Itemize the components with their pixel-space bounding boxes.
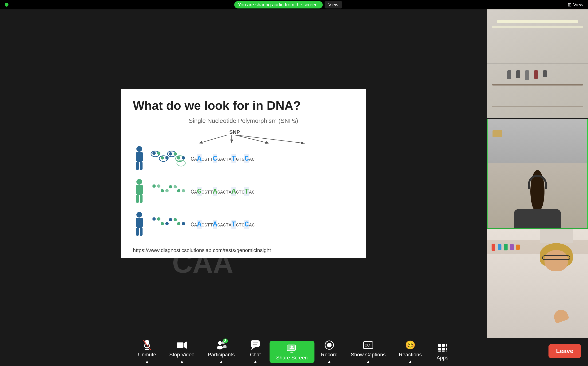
svg-rect-81 [438, 348, 441, 351]
svg-text:CC: CC [365, 343, 370, 347]
svg-rect-11 [140, 162, 143, 170]
svg-point-17 [152, 152, 156, 155]
svg-point-24 [182, 156, 185, 160]
svg-rect-79 [442, 344, 445, 347]
record-caret[interactable]: ▲ [326, 359, 332, 364]
participants-caret[interactable]: ▲ [218, 359, 224, 364]
svg-line-3 [235, 135, 269, 143]
sidebar [487, 9, 588, 338]
svg-point-22 [174, 152, 177, 155]
slide-url: https://www.diagnosticsolutionslab.com/t… [133, 247, 271, 253]
svg-point-52 [182, 222, 185, 225]
apps-button[interactable]: Apps [428, 341, 457, 363]
unmute-label: Unmute [138, 352, 156, 358]
unmute-caret[interactable]: ▲ [144, 359, 150, 364]
dna-row-1: CAACGTTCGACTATGTGCAC [133, 146, 255, 171]
reactions-label: Reactions [399, 352, 422, 358]
view-button[interactable]: View [325, 1, 342, 8]
apps-label: Apps [437, 355, 448, 361]
presentation-slide: What do we look for in DNA? Single Nucle… [121, 89, 366, 258]
svg-point-62 [223, 345, 226, 348]
slide-container: What do we look for in DNA? Single Nucle… [0, 9, 487, 338]
svg-point-31 [152, 184, 156, 188]
svg-point-18 [157, 152, 160, 155]
reactions-button[interactable]: 😊 Reactions ▲ [392, 338, 428, 366]
svg-rect-57 [177, 342, 183, 348]
svg-point-36 [174, 185, 177, 188]
participant-video-classroom [487, 9, 588, 118]
slide-title: What do we look for in DNA? [133, 99, 354, 113]
snp-arrows-svg: SNP [180, 127, 345, 146]
svg-point-37 [177, 189, 180, 192]
chat-caret[interactable]: ▲ [252, 359, 258, 364]
svg-point-35 [169, 185, 172, 188]
svg-point-47 [161, 222, 164, 225]
participant-count: 3 [223, 338, 228, 343]
svg-rect-43 [136, 227, 139, 236]
svg-rect-41 [136, 218, 139, 227]
svg-rect-83 [446, 348, 447, 351]
svg-rect-29 [136, 195, 139, 203]
dna-sequence-3: CAACGTTAGACTATGTGCAC [191, 220, 255, 229]
slide-subtitle: Single Nucleotide Polymorphism (SNPs) [133, 117, 354, 124]
record-label: Record [321, 352, 338, 358]
apps-icon [437, 343, 448, 353]
svg-rect-8 [136, 152, 139, 161]
reactions-icon: 😊 [405, 340, 415, 350]
view-icon: ⊞ View [568, 2, 583, 7]
record-button[interactable]: Record ▲ [314, 338, 344, 366]
mic-icon [142, 340, 152, 350]
svg-rect-84 [438, 351, 441, 352]
dna-sequence-2: CAGCGTTAGACTAAGTGTAC [191, 187, 255, 196]
video-presenter [488, 119, 587, 228]
view-label: ⊞ View [568, 2, 583, 8]
chat-icon [250, 340, 261, 350]
svg-point-49 [169, 218, 172, 221]
svg-point-45 [152, 217, 156, 221]
video-caret[interactable]: ▲ [179, 359, 185, 364]
captions-button[interactable]: CC Show Captions ▲ [344, 338, 392, 366]
svg-point-48 [165, 222, 169, 225]
svg-rect-85 [442, 351, 445, 352]
svg-rect-86 [446, 351, 447, 352]
svg-point-60 [217, 346, 223, 349]
human-figure-3 [133, 211, 146, 237]
human-figure-1 [133, 146, 146, 171]
captions-caret[interactable]: ▲ [365, 359, 371, 364]
dna-row-3: CAACGTTAGACTATGTGCAC [133, 211, 255, 237]
top-bar-left [5, 3, 8, 7]
svg-point-34 [165, 189, 169, 192]
svg-point-59 [218, 341, 222, 345]
svg-point-32 [157, 184, 160, 188]
share-screen-button[interactable]: Share Screen [270, 341, 314, 363]
svg-rect-28 [140, 185, 143, 194]
reactions-caret[interactable]: ▲ [407, 359, 413, 364]
stop-video-label: Stop Video [169, 352, 195, 358]
captions-label: Show Captions [351, 352, 385, 358]
chat-label: Chat [250, 352, 261, 358]
participants-label: Participants [208, 352, 235, 358]
top-bar: You are sharing audio from the screen. V… [0, 0, 588, 9]
svg-point-39 [136, 212, 142, 218]
top-bar-center: You are sharing audio from the screen. V… [234, 1, 342, 8]
video-classroom [487, 9, 588, 118]
svg-rect-42 [140, 218, 143, 227]
svg-point-21 [169, 152, 172, 155]
dna-helix-1 [151, 148, 186, 169]
svg-marker-58 [184, 341, 187, 349]
app-icon [5, 3, 8, 7]
svg-point-6 [136, 146, 142, 152]
main-area: What do we look for in DNA? Single Nucle… [0, 9, 487, 338]
svg-point-25 [136, 179, 142, 185]
svg-rect-9 [140, 152, 143, 161]
participants-button[interactable]: 3 Participants ▲ [201, 338, 241, 366]
participants-icon: 3 [216, 340, 226, 350]
svg-point-19 [161, 156, 164, 160]
stop-video-button[interactable]: Stop Video ▲ [163, 338, 201, 366]
svg-rect-63 [251, 340, 260, 347]
leave-button[interactable]: Leave [548, 344, 581, 358]
unmute-button[interactable]: Unmute ▲ [131, 338, 163, 366]
chat-button[interactable]: Chat ▲ [241, 338, 270, 366]
record-icon [324, 340, 334, 350]
svg-point-38 [182, 189, 185, 192]
